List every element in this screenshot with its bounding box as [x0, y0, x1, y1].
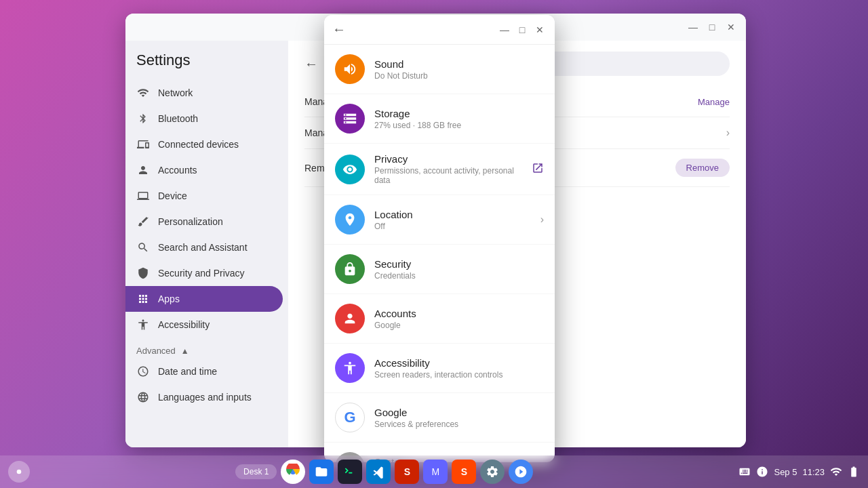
desk-label[interactable]: Desk 1: [235, 464, 277, 479]
google-text: Google Services & preferences: [374, 407, 544, 429]
popup-window: ← — □ ✕ Sound Do Not Disturb Storage: [324, 15, 555, 462]
taskbar-keyboard-icon: [738, 466, 751, 478]
popup-back-button[interactable]: ←: [332, 22, 346, 37]
taskbar-battery-icon: [848, 466, 860, 478]
globe-icon: [136, 391, 150, 403]
advanced-section: Advanced ▲: [125, 338, 288, 359]
popup-close-button[interactable]: ✕: [533, 23, 547, 37]
sidebar-item-network[interactable]: Network: [125, 80, 283, 106]
location-text: Location Off: [374, 209, 531, 231]
sidebar-item-languages[interactable]: Languages and inputs: [125, 384, 283, 410]
synaptic-icon[interactable]: S: [395, 460, 419, 484]
chevron-up-icon: ▲: [181, 346, 189, 356]
manage-link-1[interactable]: Manage: [698, 97, 730, 107]
sidebar-label-datetime: Date and time: [158, 366, 217, 377]
popup-minimize-button[interactable]: —: [498, 23, 511, 37]
storage-text: Storage 27% used · 188 GB free: [374, 108, 544, 130]
popup-item-security[interactable]: Security Credentials: [324, 245, 555, 294]
accessibility-icon: [136, 319, 150, 331]
taskbar: Desk 1 S M S Sep 5 11:23: [0, 455, 868, 488]
taskbar-wifi-icon: [830, 466, 842, 478]
accessibility-text: Accessibility Screen readers, interactio…: [374, 357, 544, 380]
sidebar-label-connected: Connected devices: [158, 139, 239, 150]
bluetooth-icon: [136, 113, 150, 125]
sidebar-item-datetime[interactable]: Date and time: [125, 359, 283, 384]
advanced-label: Advanced: [136, 346, 176, 356]
security-icon: [335, 254, 365, 284]
settings-title: Settings: [125, 46, 288, 80]
minimize-button[interactable]: —: [686, 20, 700, 34]
accessibility2-icon: [335, 353, 365, 383]
sidebar-item-apps[interactable]: Apps: [125, 286, 283, 312]
google-icon: G: [335, 403, 365, 432]
sound-icon: [335, 54, 365, 84]
popup-item-accessibility[interactable]: Accessibility Screen readers, interactio…: [324, 344, 555, 393]
sidebar-label-accounts: Accounts: [158, 165, 197, 176]
vscode-icon[interactable]: [366, 460, 391, 484]
laptop-icon: [136, 190, 150, 202]
brush-icon: [136, 216, 150, 228]
chevron-right-icon: ›: [726, 127, 730, 139]
privacy-external-link-icon[interactable]: [532, 162, 544, 177]
taskbar-info-icon: [756, 466, 768, 478]
remove-button[interactable]: Remove: [675, 159, 730, 177]
wifi-icon: [136, 87, 150, 99]
mastodon-icon[interactable]: M: [423, 460, 448, 484]
apps-icon: [136, 293, 150, 305]
sidebar-item-security[interactable]: Security and Privacy: [125, 260, 283, 286]
sidebar-item-connected-devices[interactable]: Connected devices: [125, 131, 283, 157]
privacy-icon: [335, 155, 365, 184]
sidebar-label-accessibility: Accessibility: [158, 319, 210, 330]
shield-icon: [136, 267, 150, 279]
sidebar-item-bluetooth[interactable]: Bluetooth: [125, 106, 283, 131]
sound-text: Sound Do Not Disturb: [374, 58, 544, 81]
popup-item-accounts[interactable]: Accounts Google: [324, 294, 555, 344]
launcher-button[interactable]: [8, 461, 30, 483]
privacy-text: Privacy Permissions, account activity, p…: [374, 153, 522, 185]
location-chevron-icon: ›: [540, 214, 544, 226]
popup-item-google[interactable]: G Google Services & preferences: [324, 393, 555, 443]
popup-titlebar: ← — □ ✕: [324, 15, 555, 45]
taskbar-time: 11:23: [802, 467, 825, 477]
sidebar-label-device: Device: [158, 190, 187, 201]
popup-item-location[interactable]: Location Off ›: [324, 195, 555, 245]
files-icon[interactable]: [309, 460, 334, 484]
maximize-button[interactable]: □: [705, 20, 719, 34]
accounts-text: Accounts Google: [374, 308, 544, 330]
popup-item-storage[interactable]: Storage 27% used · 188 GB free: [324, 94, 555, 144]
close-button[interactable]: ✕: [724, 20, 738, 34]
sidebar-item-personalization[interactable]: Personalization: [125, 209, 283, 235]
storage-icon: [335, 104, 365, 134]
sidebar-item-search[interactable]: Search and Assistant: [125, 235, 283, 260]
popup-list: Sound Do Not Disturb Storage 27% used · …: [324, 45, 555, 462]
back-button[interactable]: ←: [304, 56, 318, 72]
svg-point-0: [17, 470, 22, 474]
popup-item-sound[interactable]: Sound Do Not Disturb: [324, 45, 555, 94]
settings2-icon[interactable]: [480, 460, 505, 484]
taskbar-date: Sep 5: [774, 467, 797, 477]
devices-icon: [136, 138, 150, 150]
accounts-icon: [335, 304, 365, 333]
clock-icon: [136, 365, 150, 378]
chrome-icon[interactable]: [281, 460, 305, 484]
sidebar-label-languages: Languages and inputs: [158, 392, 252, 403]
sidebar-label-search: Search and Assistant: [158, 242, 248, 253]
popup-maximize-button[interactable]: □: [515, 23, 529, 37]
sidebar-label-security: Security and Privacy: [158, 268, 245, 279]
popup-item-privacy[interactable]: Privacy Permissions, account activity, p…: [324, 144, 555, 195]
cros-settings-icon[interactable]: [509, 460, 533, 484]
location-icon: [335, 205, 365, 235]
supernova-icon[interactable]: S: [452, 460, 476, 484]
person-icon: [136, 164, 150, 176]
sidebar-label-personalization: Personalization: [158, 216, 223, 227]
settings-sidebar: Settings Network Bluetooth Connected dev…: [125, 41, 288, 447]
security-text: Security Credentials: [374, 258, 544, 281]
sidebar-item-device[interactable]: Device: [125, 183, 283, 209]
sidebar-label-apps: Apps: [158, 293, 180, 304]
terminal-icon[interactable]: [338, 460, 362, 484]
sidebar-item-accessibility[interactable]: Accessibility: [125, 312, 283, 338]
sidebar-item-accounts[interactable]: Accounts: [125, 157, 283, 183]
search-icon: [136, 241, 150, 253]
sidebar-label-network: Network: [158, 87, 193, 98]
sidebar-label-bluetooth: Bluetooth: [158, 113, 198, 124]
